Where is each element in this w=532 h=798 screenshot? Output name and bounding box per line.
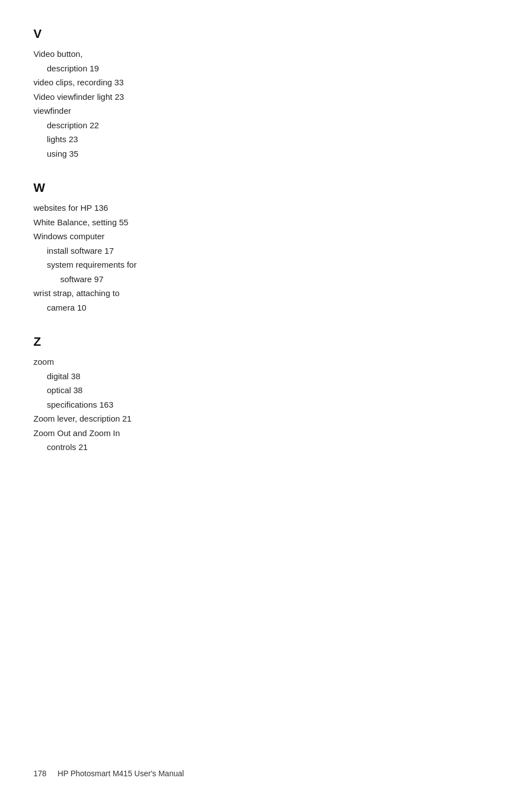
section-letter-z: Z — [33, 335, 290, 349]
index-entry-item: description 19 — [33, 61, 290, 76]
index-entry-item: optical 38 — [33, 383, 290, 398]
index-entry-item: digital 38 — [33, 369, 290, 384]
section-w: Wwebsites for HP 136White Balance, setti… — [33, 181, 290, 315]
index-entry-item: lights 23 — [33, 132, 290, 147]
index-entry-item: Windows computer — [33, 229, 290, 244]
index-entry-item: system requirements for — [33, 258, 290, 272]
index-entry-item: description 22 — [33, 118, 290, 133]
index-entry-item: software 97 — [33, 272, 290, 287]
page-footer: 178 HP Photosmart M415 User's Manual — [33, 769, 184, 778]
section-letter-v: V — [33, 27, 290, 41]
index-entry-item: wrist strap, attaching to — [33, 286, 290, 301]
index-entry-item: install software 17 — [33, 244, 290, 258]
footer-title: HP Photosmart M415 User's Manual — [57, 769, 184, 778]
index-entry-item: using 35 — [33, 147, 290, 161]
section-z: Zzoomdigital 38optical 38specifications … — [33, 335, 290, 454]
index-entries-z: zoomdigital 38optical 38specifications 1… — [33, 355, 290, 454]
index-entry-item: camera 10 — [33, 301, 290, 315]
index-entry-item: video clips, recording 33 — [33, 75, 290, 90]
index-entry-item: Video viewfinder light 23 — [33, 90, 290, 104]
index-entry-item: White Balance, setting 55 — [33, 215, 290, 230]
index-entry-item: controls 21 — [33, 440, 290, 454]
index-entry-item: zoom — [33, 355, 290, 369]
index-entry-item: Zoom lever, description 21 — [33, 412, 290, 426]
index-entry-item: Video button, — [33, 47, 290, 61]
index-entries-w: websites for HP 136White Balance, settin… — [33, 201, 290, 315]
section-letter-w: W — [33, 181, 290, 195]
index-entry-item: viewfinder — [33, 104, 290, 118]
index-entry-item: websites for HP 136 — [33, 201, 290, 215]
section-v: VVideo button,description 19video clips,… — [33, 27, 290, 161]
index-entries-v: Video button,description 19video clips, … — [33, 47, 290, 161]
index-entry-item: specifications 163 — [33, 398, 290, 412]
footer-page-number: 178 — [33, 769, 46, 778]
page-content: VVideo button,description 19video clips,… — [0, 0, 323, 519]
index-entry-item: Zoom Out and Zoom In — [33, 426, 290, 441]
